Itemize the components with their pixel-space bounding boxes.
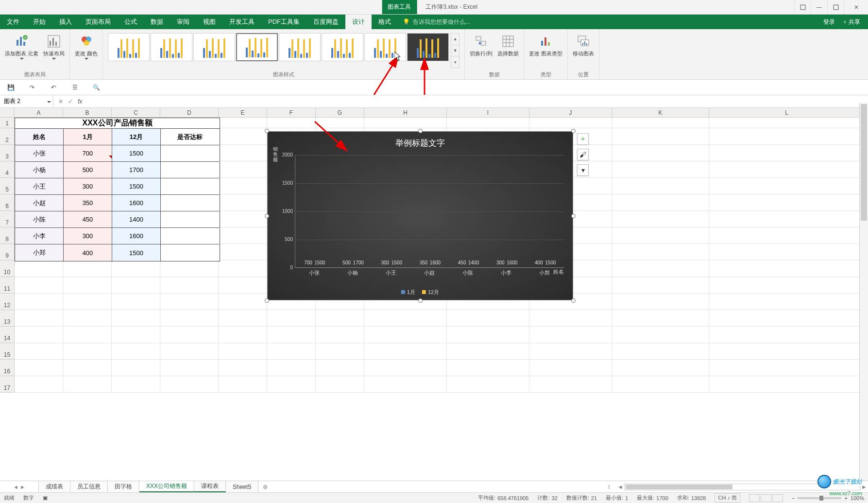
minimize-button[interactable]: — (811, 0, 827, 14)
plot-area[interactable]: 7001500500170030015003501600450140030016… (295, 155, 564, 268)
table-cell[interactable]: 700 (64, 145, 112, 162)
add-sheet-button[interactable]: ⊕ (258, 481, 272, 492)
table-cell[interactable]: 1500 (112, 244, 161, 261)
tab-formulas[interactable]: 公式 (118, 15, 144, 29)
enter-icon[interactable]: ✓ (68, 98, 73, 105)
save-button[interactable]: 💾 (7, 84, 15, 91)
tab-format[interactable]: 格式 (372, 15, 398, 29)
column-header[interactable]: C (112, 108, 160, 117)
page-break-view-button[interactable] (772, 494, 783, 502)
spreadsheet-grid[interactable]: ABCDEFGHIJKL 1234567891011121314151617 X… (0, 108, 868, 410)
chart-elements-button[interactable]: ＋ (577, 133, 589, 145)
table-cell[interactable] (161, 145, 219, 162)
vertical-scrollbar[interactable] (859, 103, 868, 481)
column-header[interactable]: D (160, 108, 219, 117)
table-cell[interactable] (161, 162, 219, 178)
select-all-corner[interactable] (0, 108, 15, 117)
zoom-out-button[interactable]: − (792, 495, 795, 501)
column-header[interactable]: E (219, 108, 267, 117)
chart-style-5[interactable] (279, 33, 321, 61)
table-cell[interactable]: 小郑 (15, 244, 64, 261)
gallery-down-button[interactable]: ▼ (451, 45, 459, 57)
change-chart-type-button[interactable]: 更改 图表类型 (527, 31, 564, 70)
scrollbar-thumb[interactable] (861, 104, 867, 221)
normal-view-button[interactable] (749, 494, 760, 502)
row-header[interactable]: 15 (0, 343, 15, 360)
table-cell[interactable] (161, 244, 219, 261)
chart-style-3[interactable] (193, 33, 235, 61)
tell-me-search[interactable]: 💡 告诉我您想要做什么... (403, 15, 470, 29)
row-header[interactable]: 2 (0, 128, 15, 145)
touch-mode-button[interactable]: ☰ (71, 84, 79, 91)
chart-style-1[interactable] (108, 33, 150, 61)
embedded-chart[interactable]: 举例标题文字 销售额 姓名 70015005001700300150035016… (267, 131, 573, 300)
redo-button[interactable]: ↷ (28, 84, 36, 91)
sheet-tab[interactable]: XXX公司销售额 (139, 481, 194, 492)
column-header[interactable]: J (529, 108, 612, 117)
resize-handle[interactable] (418, 298, 423, 303)
chart-style-2[interactable] (151, 33, 192, 61)
tab-view[interactable]: 视图 (196, 15, 222, 29)
row-header[interactable]: 9 (0, 244, 15, 260)
table-cell[interactable]: 小张 (15, 145, 64, 162)
tab-design[interactable]: 设计 (345, 15, 372, 29)
table-cell[interactable]: 1400 (112, 211, 161, 228)
resize-handle[interactable] (571, 129, 576, 133)
row-header[interactable]: 5 (0, 178, 15, 194)
ribbon-display-options-button[interactable] (794, 0, 811, 14)
scrollbar-thumb[interactable] (626, 485, 732, 489)
ime-indicator[interactable]: CH ♪ 简 (715, 493, 740, 503)
quick-layout-button[interactable]: 快速布局 (41, 31, 67, 70)
row-header[interactable]: 10 (0, 260, 15, 277)
close-button[interactable]: ✕ (844, 0, 868, 14)
row-header[interactable]: 16 (0, 360, 15, 376)
sheet-tab[interactable]: Sheet5 (226, 481, 258, 492)
sheet-tab[interactable]: 课程表 (194, 481, 226, 492)
resize-handle[interactable] (418, 129, 423, 133)
tab-page-layout[interactable]: 页面布局 (79, 15, 118, 29)
move-chart-button[interactable]: 移动图表 (571, 31, 596, 70)
column-header[interactable]: A (15, 108, 63, 117)
column-header[interactable]: G (316, 108, 364, 117)
formula-input[interactable] (87, 95, 868, 107)
column-header[interactable]: I (447, 108, 529, 117)
row-header[interactable]: 3 (0, 145, 15, 161)
scroll-left-button[interactable]: ◄ (616, 484, 624, 490)
chart-title[interactable]: 举例标题文字 (395, 138, 445, 149)
table-cell[interactable]: 300 (64, 228, 112, 244)
table-cell[interactable]: 小王 (15, 178, 64, 195)
table-cell[interactable]: 300 (64, 178, 112, 195)
table-cell[interactable]: 1600 (112, 195, 161, 211)
table-cell[interactable]: 1500 (112, 178, 161, 195)
gallery-up-button[interactable]: ▲ (451, 34, 459, 45)
table-cell[interactable]: 1600 (112, 228, 161, 244)
chart-filters-button[interactable]: ▾ (577, 164, 589, 176)
tab-data[interactable]: 数据 (144, 15, 170, 29)
switch-row-column-button[interactable]: 切换行/列 (468, 31, 494, 70)
gallery-expand-button[interactable]: ▾ (451, 56, 459, 68)
column-header[interactable]: L (709, 108, 865, 117)
sheet-tab[interactable]: 田字格 (108, 481, 139, 492)
tab-pdf-tools[interactable]: PDF工具集 (261, 15, 306, 29)
table-cell[interactable]: 500 (64, 162, 112, 178)
resize-handle[interactable] (265, 298, 269, 303)
table-cell[interactable] (161, 178, 219, 195)
column-header[interactable]: K (612, 108, 709, 117)
row-header[interactable]: 1 (0, 118, 15, 128)
resize-handle[interactable] (571, 298, 576, 303)
tab-developer[interactable]: 开发工具 (222, 15, 261, 29)
resize-handle[interactable] (265, 214, 269, 218)
share-button[interactable]: ♀ 共享 (840, 18, 863, 26)
row-header[interactable]: 7 (0, 211, 15, 227)
tab-insert[interactable]: 插入 (52, 15, 79, 29)
table-cell[interactable]: 350 (64, 195, 112, 211)
zoom-slider[interactable] (798, 497, 841, 499)
chart-style-6[interactable] (322, 33, 363, 61)
select-data-button[interactable]: 选择数据 (495, 31, 521, 70)
macro-record-icon[interactable]: ▣ (43, 495, 48, 501)
table-cell[interactable]: 小杨 (15, 162, 64, 178)
row-header[interactable]: 8 (0, 227, 15, 244)
undo-button[interactable]: ↶ (50, 84, 57, 91)
maximize-button[interactable] (827, 0, 844, 14)
row-header[interactable]: 12 (0, 294, 15, 310)
